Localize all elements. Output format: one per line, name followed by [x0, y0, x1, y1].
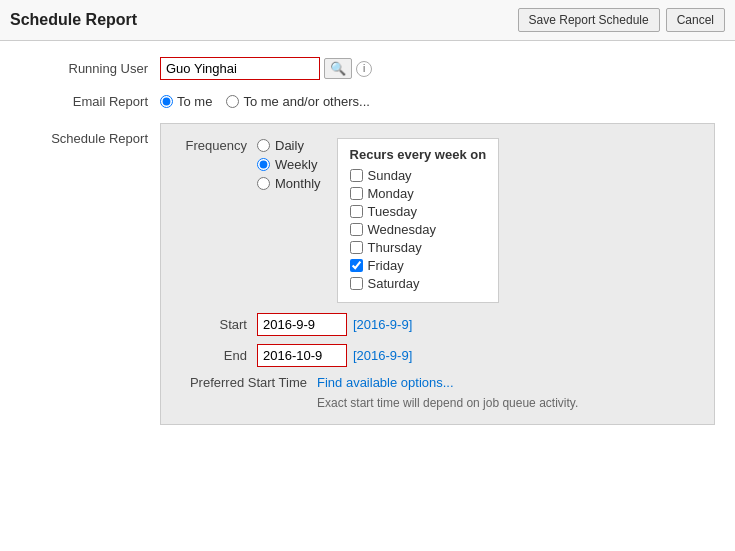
- recurs-box: Recurs every week on Sunday Monday Tuesd…: [337, 138, 500, 303]
- day-friday-label: Friday: [368, 258, 404, 273]
- day-thursday-label: Thursday: [368, 240, 422, 255]
- day-wednesday-label: Wednesday: [368, 222, 436, 237]
- page-header: Schedule Report Save Report Schedule Can…: [0, 0, 735, 41]
- day-sunday-label: Sunday: [368, 168, 412, 183]
- freq-weekly-option[interactable]: Weekly: [257, 157, 321, 172]
- email-to-me-radio[interactable]: [160, 95, 173, 108]
- running-user-row: Running User 🔍 i: [0, 57, 735, 80]
- cancel-button[interactable]: Cancel: [666, 8, 725, 32]
- find-available-options-link[interactable]: Find available options...: [317, 375, 454, 390]
- day-thursday[interactable]: Thursday: [350, 240, 487, 255]
- schedule-report-label: Schedule Report: [20, 123, 160, 425]
- email-report-label: Email Report: [20, 94, 160, 109]
- freq-monthly-radio[interactable]: [257, 177, 270, 190]
- freq-monthly-option[interactable]: Monthly: [257, 176, 321, 191]
- freq-monthly-label: Monthly: [275, 176, 321, 191]
- start-date-link[interactable]: [2016-9-9]: [353, 317, 412, 332]
- form-body: Running User 🔍 i Email Report To me To m…: [0, 41, 735, 451]
- day-monday-label: Monday: [368, 186, 414, 201]
- day-saturday[interactable]: Saturday: [350, 276, 487, 291]
- day-tuesday-checkbox[interactable]: [350, 205, 363, 218]
- email-to-others-radio[interactable]: [226, 95, 239, 108]
- queue-note: Exact start time will depend on job queu…: [317, 396, 578, 410]
- schedule-report-section: Schedule Report Frequency Daily Weekly: [0, 123, 735, 425]
- frequency-options: Daily Weekly Monthly: [257, 138, 321, 191]
- day-friday[interactable]: Friday: [350, 258, 487, 273]
- running-user-input[interactable]: [160, 57, 320, 80]
- start-date-wrap: [2016-9-9]: [257, 313, 412, 336]
- freq-daily-radio[interactable]: [257, 139, 270, 152]
- recurs-title: Recurs every week on: [350, 147, 487, 162]
- day-wednesday-checkbox[interactable]: [350, 223, 363, 236]
- email-to-others-label: To me and/or others...: [243, 94, 369, 109]
- info-icon[interactable]: i: [356, 61, 372, 77]
- day-tuesday[interactable]: Tuesday: [350, 204, 487, 219]
- day-monday[interactable]: Monday: [350, 186, 487, 201]
- email-to-me-label: To me: [177, 94, 212, 109]
- day-sunday-checkbox[interactable]: [350, 169, 363, 182]
- pref-start-label: Preferred Start Time: [177, 375, 317, 390]
- day-saturday-checkbox[interactable]: [350, 277, 363, 290]
- save-report-schedule-button[interactable]: Save Report Schedule: [518, 8, 660, 32]
- day-wednesday[interactable]: Wednesday: [350, 222, 487, 237]
- end-label: End: [177, 348, 257, 363]
- day-friday-checkbox[interactable]: [350, 259, 363, 272]
- email-to-me-option[interactable]: To me: [160, 94, 212, 109]
- running-user-label: Running User: [20, 61, 160, 76]
- start-label: Start: [177, 317, 257, 332]
- freq-weekly-label: Weekly: [275, 157, 317, 172]
- email-report-row: Email Report To me To me and/or others..…: [0, 94, 735, 109]
- schedule-box: Frequency Daily Weekly Month: [160, 123, 715, 425]
- day-sunday[interactable]: Sunday: [350, 168, 487, 183]
- day-thursday-checkbox[interactable]: [350, 241, 363, 254]
- page-title: Schedule Report: [10, 11, 137, 29]
- day-saturday-label: Saturday: [368, 276, 420, 291]
- header-actions: Save Report Schedule Cancel: [518, 8, 725, 32]
- frequency-content: Daily Weekly Monthly Recurs eve: [257, 138, 499, 303]
- freq-daily-label: Daily: [275, 138, 304, 153]
- email-to-others-option[interactable]: To me and/or others...: [226, 94, 369, 109]
- day-tuesday-label: Tuesday: [368, 204, 417, 219]
- end-date-input[interactable]: [257, 344, 347, 367]
- user-field-wrap: 🔍 i: [160, 57, 372, 80]
- email-radio-group: To me To me and/or others...: [160, 94, 370, 109]
- start-date-input[interactable]: [257, 313, 347, 336]
- frequency-label: Frequency: [177, 138, 257, 153]
- freq-weekly-radio[interactable]: [257, 158, 270, 171]
- end-date-wrap: [2016-9-9]: [257, 344, 412, 367]
- end-date-link[interactable]: [2016-9-9]: [353, 348, 412, 363]
- user-search-button[interactable]: 🔍: [324, 58, 352, 79]
- day-monday-checkbox[interactable]: [350, 187, 363, 200]
- freq-daily-option[interactable]: Daily: [257, 138, 321, 153]
